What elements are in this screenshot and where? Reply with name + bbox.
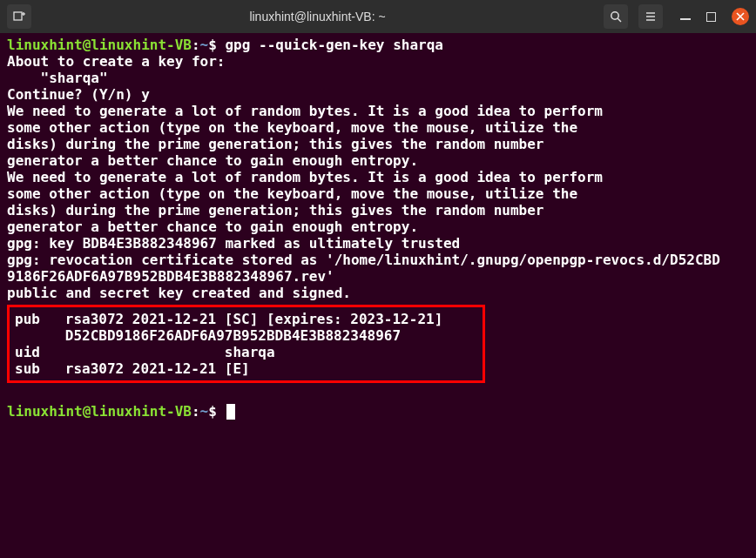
prompt-user: linuxhint@linuxhint-VB — [7, 403, 192, 420]
output-line: some other action (type on the keyboard,… — [7, 119, 749, 136]
window-controls — [680, 8, 749, 25]
output-line: generator a better chance to gain enough… — [7, 152, 749, 169]
output-line: gpg: revocation certificate stored as '/… — [7, 252, 749, 268]
maximize-button[interactable] — [706, 12, 716, 22]
maximize-icon — [706, 12, 716, 22]
output-line: Continue? (Y/n) y — [7, 86, 749, 103]
output-line: disks) during the prime generation; this… — [7, 136, 749, 152]
key-sub-line: sub rsa3072 2021-12-21 [E] — [15, 360, 477, 377]
prompt-colon: : — [192, 403, 200, 420]
minimize-button[interactable] — [680, 13, 691, 20]
close-button[interactable] — [732, 8, 749, 25]
titlebar: linuxhint@linuxhint-VB: ~ — [0, 0, 756, 33]
terminal-body[interactable]: linuxhint@linuxhint-VB:~$ gpg --quick-ge… — [0, 33, 756, 423]
svg-point-3 — [611, 11, 618, 18]
close-icon — [736, 12, 745, 21]
cursor — [226, 404, 235, 420]
search-icon — [610, 10, 623, 24]
prompt-path: ~ — [200, 403, 209, 420]
minimize-icon — [680, 18, 691, 20]
prompt-line-1: linuxhint@linuxhint-VB:~$ gpg --quick-ge… — [7, 37, 749, 53]
prompt-line-2: linuxhint@linuxhint-VB:~$ — [7, 403, 749, 420]
titlebar-right — [604, 4, 749, 29]
window-title: linuxhint@linuxhint-VB: ~ — [38, 10, 597, 24]
output-line: some other action (type on the keyboard,… — [7, 185, 749, 202]
prompt-user: linuxhint@linuxhint-VB — [7, 37, 192, 53]
menu-button[interactable] — [638, 4, 663, 29]
key-fingerprint-line: D52CBD9186F26ADF6A97B952BDB4E3B882348967 — [15, 327, 477, 344]
output-line: We need to generate a lot of random byte… — [7, 169, 749, 185]
prompt-path: ~ — [200, 37, 209, 53]
output-line: disks) during the prime generation; this… — [7, 202, 749, 218]
svg-rect-0 — [14, 12, 22, 20]
search-button[interactable] — [604, 4, 628, 29]
output-line: "sharqa" — [7, 70, 749, 86]
output-line: public and secret key created and signed… — [7, 285, 749, 301]
output-line: gpg: key BDB4E3B882348967 marked as ulti… — [7, 235, 749, 252]
key-uid-line: uid sharqa — [15, 344, 477, 360]
titlebar-left — [7, 4, 31, 29]
prompt-dollar: $ — [208, 37, 217, 53]
key-info-highlight: pub rsa3072 2021-12-21 [SC] [expires: 20… — [7, 305, 485, 383]
output-line: We need to generate a lot of random byte… — [7, 103, 749, 119]
command-text: gpg --quick-gen-key sharqa — [217, 37, 443, 53]
blank-line — [7, 387, 749, 403]
prompt-colon: : — [192, 37, 200, 53]
hamburger-icon — [645, 10, 657, 23]
output-line: About to create a key for: — [7, 53, 749, 70]
key-pub-line: pub rsa3072 2021-12-21 [SC] [expires: 20… — [15, 311, 477, 327]
svg-line-4 — [618, 18, 621, 22]
new-tab-icon — [12, 10, 26, 24]
new-tab-button[interactable] — [7, 4, 31, 29]
output-line: generator a better chance to gain enough… — [7, 218, 749, 235]
prompt-dollar: $ — [208, 403, 217, 420]
output-line: 9186F26ADF6A97B952BDB4E3B882348967.rev' — [7, 268, 749, 285]
